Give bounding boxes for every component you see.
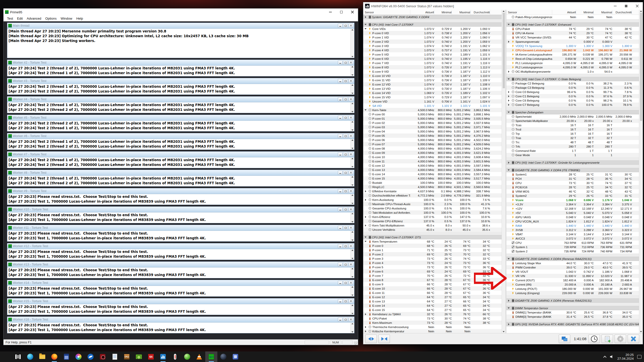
worker-window-10-close-button[interactable] [348,207,353,211]
maximize-button[interactable] [621,2,632,10]
worker-window-14-close-button[interactable] [348,281,353,285]
sensor-section-header[interactable]: System: GIGABYTE Z690 GAMING X DDR4 [363,15,502,19]
sensor-row[interactable]: P-core 045,000.0 MHz800.0 MHz5,001.2 MHz… [363,129,502,133]
worker-window-15-minimize-button[interactable] [338,299,343,303]
taskbar-blue-app[interactable] [229,351,242,362]
taskbar-core-temp[interactable] [169,351,181,362]
worker-window-3-close-button[interactable] [348,79,353,83]
sensor-row[interactable]: P-core 373 °C26 °C74 °C33 °C [363,256,502,261]
column-header-left[interactable]: SensorAktuellMinimalMaximalDurchschnitt [363,10,502,15]
worker-window-7-minimize-button[interactable] [338,152,343,156]
worker-window-9-restore-button[interactable] [343,189,348,193]
volume-icon[interactable] [610,355,614,358]
sensor-row[interactable]: Tcas16 T16 T16 T [506,123,639,127]
sensor-row[interactable]: P-core 055,000.0 MHz800.0 MHz5,001.2 MHz… [363,133,502,138]
worker-window-12-titlebar[interactable]: Worker #12 - Torture Test [7,243,354,249]
sensor-row[interactable]: E-core 8 VID1.073 V0.735 V1.187 V1.113 V [363,65,502,69]
sensor-row[interactable]: Uncore VID1.161 V0.706 V1.161 V1.024 V [363,99,502,104]
taskbar-openoffice[interactable] [85,351,97,362]
worker-window-7-close-button[interactable] [348,152,353,156]
sensor-row[interactable]: Kern-Effizienz137.0 %0.0 %147.0 %10.8 % [363,215,502,219]
sensor-row[interactable]: P-core 068 °C26 °C69 °C32 °C [363,244,502,248]
worker-window-6-titlebar[interactable]: Worker #6 - Torture Test [7,133,354,139]
sensor-row[interactable]: VR VOUT1.043 V0.742 V1.186 V1.068 V [506,269,639,274]
chevron-down-icon[interactable] [363,237,368,238]
sensor-row[interactable]: Kern-Maximum73 °C28 °C74 °C38 °C [363,321,502,325]
sensor-row[interactable]: CPU73 °C30 °C74 °C37 °C [506,181,639,185]
sensor-row[interactable]: Spannungsversatz0.000 V0.000 V [506,39,639,44]
worker-window-4-close-button[interactable] [348,97,353,101]
worker-window-4-scrollbar[interactable] [350,102,354,113]
sensor-row[interactable]: iGPU VAXG0.048 V0.048 V0.048 V0.048 V [506,215,639,219]
taskbar-paint[interactable] [72,351,85,362]
sensor-row[interactable]: P-core 4 VID1.073 V0.737 V1.191 V1.059 V [363,48,502,52]
sensor-section-header[interactable]: GIGABYTE Z690 GAMING X DDR4 (Renesas RAA… [506,257,639,261]
sensor-row[interactable]: E-core 12 VID1.074 V0.730 V1.187 V1.108 … [363,82,502,86]
worker-window-10-titlebar[interactable]: Worker #10 - Torture Test [7,207,354,212]
sensor-row[interactable]: Leistung (Eingang)239.000 W0.000 W239.00… [506,291,639,295]
sensor-row[interactable]: E-core 1264 °C27 °C65 °C34 °C [363,295,502,299]
worker-window-14-titlebar[interactable]: Worker #14 - Torture Test [7,280,354,286]
worker-window-15-close-button[interactable] [348,299,353,303]
worker-window-6-minimize-button[interactable] [338,134,343,138]
sensor-row[interactable]: PWM Controller39.0 °C29.0 °C43.0 °C39.5 … [506,265,639,269]
reset-clock-button[interactable] [588,335,600,343]
chevron-right-icon[interactable] [506,91,511,93]
sensor-row[interactable]: E-core 134,000.0 MHz800.0 MHz4,001.0 MHz… [363,168,502,172]
worker-window-3-minimize-button[interactable] [338,79,343,83]
worker-window-8-scrollbar[interactable] [350,176,354,186]
sensor-row[interactable]: Takt-Modulation auf Anforderung100.0 %10… [363,210,502,215]
sensor-row[interactable]: P-core 171 °C25 °C73 °C32 °C [363,248,502,252]
sensor-row[interactable]: E-core 1464 °C27 °C65 °C34 °C [363,303,502,308]
sensor-row[interactable]: Durchschnittlicher effektiver Takt4,772.… [363,193,502,198]
chevron-down-icon[interactable] [506,307,511,309]
sensor-row[interactable]: Uncore Verhältnis45.0 x8.0 x45.0 x35.6 x [363,228,502,232]
worker-window-9-titlebar[interactable]: Worker #9 - Torture Test [7,188,354,194]
worker-window-11-titlebar[interactable]: Worker #11 - Torture Test [7,225,354,231]
menu-item-test[interactable]: Test [5,16,15,21]
sensor-row[interactable]: P-core 035,000.0 MHz800.0 MHz5,001.2 MHz… [363,125,502,129]
worker-window-3-titlebar[interactable]: Worker #3 - Torture Test [7,78,354,84]
worker-window-2-titlebar[interactable]: Worker #2 - Torture Test [7,60,354,66]
worker-window-7-restore-button[interactable] [343,152,348,156]
worker-window-5-titlebar[interactable]: Worker #5 - Torture Test [7,115,354,121]
worker-window-11-restore-button[interactable] [343,226,348,230]
worker-window-2-restore-button[interactable] [343,61,348,65]
sensor-row[interactable]: Leistung Stage Max44.0 °C30.0 °C47.0 °C4… [506,261,639,265]
sensor-row[interactable]: AVCC33.072 V3.072 V3.072 V3.072 V [506,236,639,241]
sensor-section-header[interactable]: Speicher-Zeitangaben [506,110,639,114]
chevron-down-icon[interactable] [363,24,368,25]
taskbar-hwinfo[interactable] [157,351,169,362]
worker-window-7-scrollbar[interactable] [350,157,354,168]
sensor-row[interactable]: Bustakt100.0 MHz100.0 MHz100.0 MHz100.0 … [363,180,502,185]
worker-window-8-minimize-button[interactable] [338,171,343,175]
sensor-row[interactable]: E-core 1166 °C28 °C67 °C36 °C [363,291,502,295]
settings-button[interactable] [615,335,626,343]
sensor-row[interactable]: VR VIN11.930 V11.890 V12.020 V11.987 V [506,274,639,278]
worker-window-13-minimize-button[interactable] [338,262,343,266]
sensor-row[interactable]: Maximale CPU-/Thread-Auslastung100.0 %2.… [363,202,502,206]
sensor-section-header[interactable]: CPU [#0]: Intel Core i7-13700KF: C-State… [506,77,639,81]
sensor-row[interactable]: RAM1.440 V1.440 V1.440 V1.440 V [506,223,639,228]
sensor-row[interactable]: Effektive Kerntakte4,637.9 MHz0.1 MHz4,9… [363,189,502,193]
sensor-section-header[interactable]: CPU [#0]: Intel Core i7-13700KF: Enhance… [506,22,639,27]
sensor-row[interactable]: Core C6 Belegung0.0 %0.0 %98.2 %10.1 % [506,98,639,103]
sensor-row[interactable]: DIMM[1] Temperatur (BANK 0/Con...30.6 °C… [506,310,639,314]
worker-window-4-minimize-button[interactable] [338,97,343,101]
chevron-down-icon[interactable] [506,169,511,171]
sensor-row[interactable]: CPU VCCIN_AUX1.824 V1.812 V1.824 V1.812 … [506,219,639,223]
worker-window-15-restore-button[interactable] [343,299,348,303]
sensor-row[interactable]: P-core 0 VID1.073 V0.738 V1.200 V1.056 V [363,31,502,35]
chevron-right-icon[interactable] [363,190,368,192]
menu-item-window[interactable]: Window [59,16,74,21]
chevron-right-icon[interactable] [363,224,368,227]
sensor-row[interactable]: CPU-Paket73 °C30 °C74 °C38 °C [363,316,502,321]
sensor-section-header[interactable]: GPU [#0]: NVIDIA GeForce RTX 4080: GIGAB… [506,322,639,326]
sensor-row[interactable]: System229 °C26 °C33 °C31 °C [506,194,639,198]
sensor-row[interactable]: PL2 Leistungsgrenze4,095.0 W4,095.0 W4,0… [506,65,639,69]
sensor-row[interactable]: E-core 13 VID1.074 V0.730 V1.187 V1.106 … [363,86,502,91]
worker-window-6-scrollbar[interactable] [350,139,354,150]
chevron-right-icon[interactable] [363,330,368,332]
sensor-row[interactable]: Command Rate1 T1 T1 T [506,149,639,153]
sensor-row[interactable]: E-core 14 VID1.069 V0.735 V1.189 V1.102 … [363,91,502,95]
